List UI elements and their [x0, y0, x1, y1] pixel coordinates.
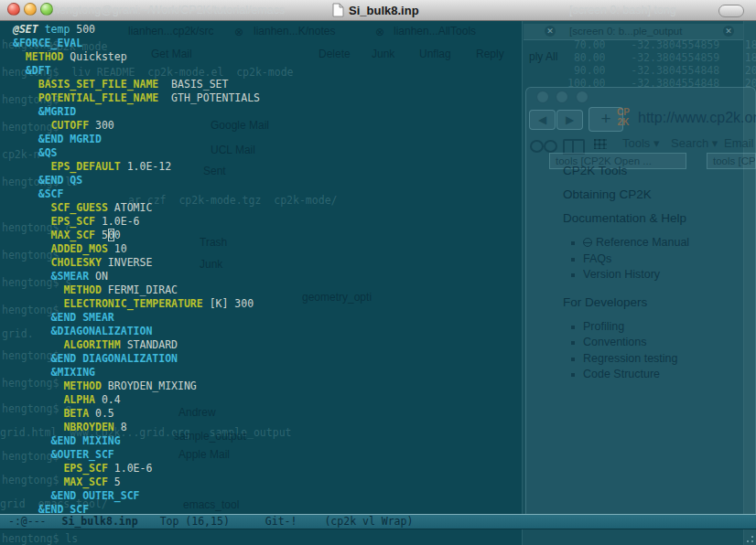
code-token: NBROYDEN	[63, 421, 113, 433]
code-line[interactable]: ALPHA 0.4	[13, 393, 522, 407]
code-line[interactable]: &QS	[13, 146, 522, 160]
code-token: METHOD	[63, 283, 102, 296]
code-token: @SET	[13, 23, 38, 36]
code-line[interactable]: &END MGRID	[13, 133, 522, 146]
code-token: MAX_SCF	[51, 229, 95, 241]
zoom-button[interactable]	[40, 3, 53, 16]
modeline-position: Top (16,15)	[160, 515, 230, 528]
code-line[interactable]: CUTOFF 300	[13, 119, 522, 133]
globe-icon	[583, 238, 592, 247]
code-line[interactable]: MAX_SCF 5	[13, 476, 522, 489]
code-line[interactable]: &SCF	[13, 187, 522, 201]
code-line[interactable]: CHOLESKY INVERSE	[13, 256, 522, 270]
code-line[interactable]: METHOD BROYDEN_MIXING	[13, 379, 522, 393]
code-line[interactable]: &END SMEAR	[13, 311, 522, 325]
code-token: METHOD	[26, 50, 64, 63]
webpage-heading: Obtaining CP2K	[563, 187, 755, 201]
code-token: BROYDEN_MIXING	[102, 379, 197, 392]
webpage-link: FAQs	[583, 251, 755, 268]
background-terminal-tab: [screen 0: b...ple_output	[569, 26, 682, 37]
code-token: CHOLESKY	[51, 256, 102, 269]
background-window-title-ghost: hengtong@grani:~/Work/CP2K/tutorial/emac…	[53, 4, 285, 16]
code-token: 8	[114, 421, 127, 433]
code-line[interactable]: &MIXING	[13, 366, 522, 379]
browser-close-icon	[536, 91, 549, 103]
webpage-heading: Documentation & Help	[563, 211, 755, 225]
code-line[interactable]: SCF_GUESS ATOMIC	[13, 201, 522, 215]
emacs-window: { "titlebar": { "title": "Si_bulk8.inp",…	[0, 0, 756, 545]
code-token: 5	[95, 229, 108, 241]
background-terminal-output: 70.00 -32.3804554859 1880 80.00 -32.3804…	[567, 38, 756, 90]
webpage-title: CP2K Tools	[563, 164, 755, 177]
modeline-buffer-name: Si_bulk8.inp	[62, 515, 138, 528]
code-token: 1.0E-6	[95, 215, 139, 228]
webpage-link: Conventions	[583, 335, 755, 351]
code-token: &END SMEAR	[51, 311, 114, 324]
code-line[interactable]: BASIS_SET_FILE_NAME BASIS_SET	[13, 78, 522, 91]
code-token: ALGORITHM	[63, 338, 120, 351]
close-button[interactable]	[7, 3, 20, 16]
browser-zoom-icon	[576, 91, 589, 103]
code-token: ELECTRONIC_TEMPERATURE	[63, 297, 202, 310]
code-line[interactable]: &END MIXING	[13, 434, 522, 448]
code-line[interactable]: ALGORITHM STANDARD	[13, 338, 522, 352]
code-token: 5	[108, 476, 121, 488]
code-line[interactable]: &SMEAR ON	[13, 270, 522, 283]
title-bar[interactable]: hengtong@grani:~/Work/CP2K/tutorial/emac…	[0, 0, 756, 21]
modeline-vcs-status: Git-!	[265, 515, 297, 528]
code-token: &QS	[38, 146, 58, 159]
code-line[interactable]: ADDED_MOS 10	[13, 242, 522, 256]
code-token: &MIXING	[51, 366, 95, 379]
echo-area[interactable]	[0, 530, 756, 545]
code-line[interactable]: EPS_DEFAULT 1.0E-12	[13, 160, 522, 174]
close-tab-icon: ✕	[723, 26, 734, 37]
code-token: &OUTER_SCF	[51, 448, 114, 461]
webpage-link: Reference Manual	[583, 235, 755, 251]
webpage-link: Profiling	[583, 319, 755, 336]
mode-line[interactable]: -:@---Si_bulk8.inpTop (16,15)Git-!(cp2k …	[0, 514, 756, 529]
code-token: EPS_DEFAULT	[51, 160, 121, 173]
code-token: GTH_POTENTIALS	[158, 91, 260, 104]
code-token: &SMEAR	[51, 270, 90, 283]
code-line[interactable]: &END QS	[13, 174, 522, 187]
code-line[interactable]: POTENTIAL_FILE_NAME GTH_POTENTIALS	[13, 91, 522, 105]
code-token: MAX_SCF	[63, 476, 107, 488]
code-token: ADDED_MOS	[51, 242, 108, 255]
code-token: CUTOFF	[51, 119, 90, 132]
browser-forward-button: ▶	[556, 110, 583, 130]
code-line[interactable]: EPS_SCF 1.0E-6	[13, 462, 522, 476]
browser-back-button: ◀	[529, 110, 556, 130]
code-line[interactable]: &END OUTER_SCF	[13, 489, 522, 503]
resize-grip[interactable]	[743, 532, 753, 542]
code-line[interactable]: &OUTER_SCF	[13, 448, 522, 462]
code-token: 0	[114, 229, 121, 241]
code-line[interactable]: ELECTRONIC_TEMPERATURE [K] 300	[13, 297, 522, 311]
code-line[interactable]: METHOD FERMI_DIRAC	[13, 283, 522, 297]
background-window-title-ghost-right: [screen 0: bash] tong	[569, 4, 676, 16]
code-line[interactable]: NBROYDEN 8	[13, 421, 522, 434]
code-line[interactable]: @SET temp 500	[13, 23, 522, 37]
code-line[interactable]: &END DIAGONALIZATION	[13, 352, 522, 366]
toolbar-toggle-button[interactable]	[718, 5, 744, 17]
minimize-button[interactable]	[24, 3, 37, 16]
browser-tools-menu: Tools ▾	[622, 136, 660, 150]
code-token: 0.5	[89, 407, 114, 420]
code-line[interactable]: &DFT	[13, 64, 522, 78]
code-token: &DIAGONALIZATION	[51, 325, 153, 337]
emacs-frame: [screen 0: b...ple_output ✕ ✕ 70.00 -32.…	[0, 20, 756, 545]
code-line[interactable]: METHOD Quickstep	[13, 50, 522, 64]
code-line[interactable]: &DIAGONALIZATION	[13, 325, 522, 338]
code-line[interactable]: BETA 0.5	[13, 407, 522, 421]
code-token: 1.0E-6	[108, 462, 152, 475]
browser-minimize-icon	[556, 91, 568, 103]
reader-glasses-icon	[530, 140, 544, 153]
code-line[interactable]: &MGRID	[13, 105, 522, 119]
code-token: &END MGRID	[38, 133, 102, 145]
code-line[interactable]: &FORCE_EVAL	[13, 37, 522, 50]
document-proxy-icon[interactable]	[332, 3, 344, 17]
code-token: SCF_GUESS	[51, 201, 108, 214]
code-line[interactable]: EPS_SCF 1.0E-6	[13, 215, 522, 229]
code-token: STANDARD	[121, 338, 178, 351]
editor-buffer[interactable]: @SET temp 500&FORCE_EVAL METHOD Quickste…	[0, 21, 522, 514]
code-line[interactable]: MAX_SCF 500	[13, 229, 522, 242]
